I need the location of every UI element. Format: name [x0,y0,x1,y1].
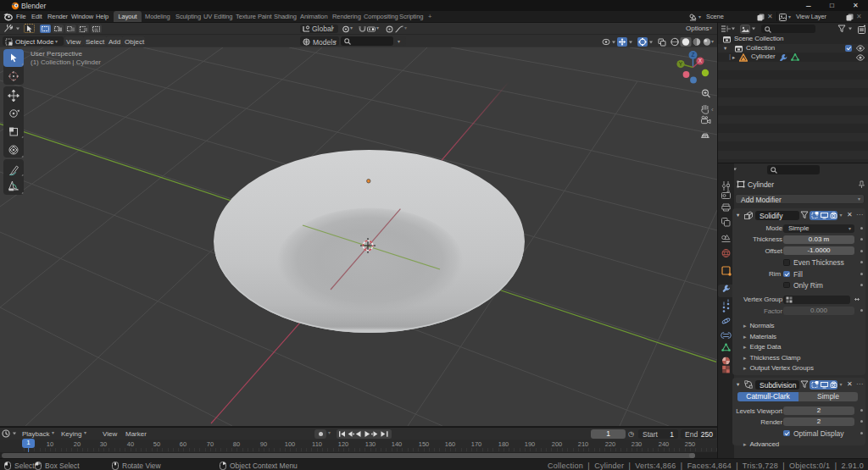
svg-text:‹: ‹ [711,106,714,113]
svg-text:X: X [698,58,703,64]
svg-text:Z: Z [692,52,695,58]
svg-text:User Perspective: User Perspective [31,50,82,58]
svg-text:Y: Y [679,61,683,67]
svg-text:(1) Collection | Cylinder: (1) Collection | Cylinder [31,58,101,66]
